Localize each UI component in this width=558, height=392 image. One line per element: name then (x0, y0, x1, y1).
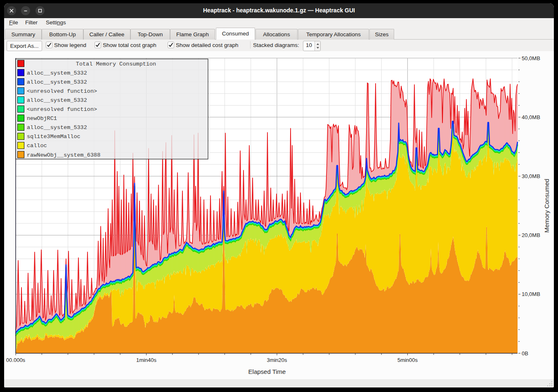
svg-text:alloc__system_5332: alloc__system_5332 (27, 97, 87, 103)
svg-text:Memory Consumed: Memory Consumed (543, 179, 550, 233)
svg-text:3min20s: 3min20s (267, 357, 287, 363)
svg-text:10,0MB: 10,0MB (522, 291, 540, 297)
svg-text:<unresolved function>: <unresolved function> (27, 106, 97, 113)
svg-text:40,0MB: 40,0MB (522, 114, 540, 120)
svg-text:newObjRC1: newObjRC1 (27, 115, 57, 122)
svg-text:rawNewObj__system_6388: rawNewObj__system_6388 (27, 152, 100, 158)
svg-text:calloc: calloc (27, 143, 47, 149)
svg-text:00.000s: 00.000s (6, 357, 26, 363)
svg-text:Total Memory Consumption: Total Memory Consumption (76, 61, 156, 67)
svg-text:Elapsed Time: Elapsed Time (248, 368, 286, 375)
svg-text:sqlite3MemMalloc: sqlite3MemMalloc (27, 134, 80, 140)
svg-text:alloc__system_5332: alloc__system_5332 (27, 70, 87, 76)
svg-text:50,0MB: 50,0MB (522, 55, 540, 61)
svg-text:<unresolved function>: <unresolved function> (27, 88, 97, 94)
svg-text:0B: 0B (522, 350, 528, 357)
svg-text:alloc__system_5332: alloc__system_5332 (27, 79, 87, 85)
svg-text:1min40s: 1min40s (136, 357, 157, 363)
svg-text:5min00s: 5min00s (397, 357, 418, 363)
svg-text:20,0MB: 20,0MB (522, 232, 540, 238)
svg-text:30,0MB: 30,0MB (522, 173, 540, 179)
svg-text:alloc__system_5332: alloc__system_5332 (27, 124, 87, 131)
